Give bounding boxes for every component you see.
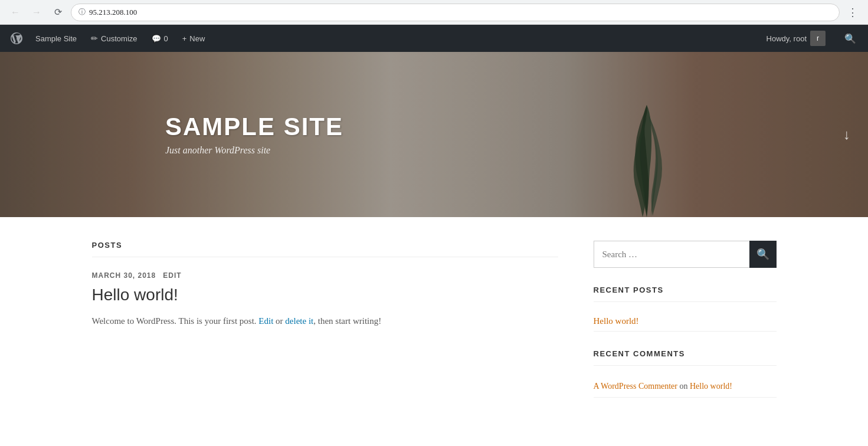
recent-post-link-0[interactable]: Hello world! — [594, 311, 777, 332]
hero-scroll-arrow[interactable]: ↓ — [843, 127, 850, 143]
howdy-section[interactable]: Howdy, root r — [759, 31, 833, 46]
address-bar[interactable]: ⓘ 95.213.208.100 — [71, 4, 840, 21]
admin-bar-right: Howdy, root r 🔍 — [759, 31, 863, 46]
comment-on-text: on — [680, 382, 688, 391]
browser-chrome: ← → ⟳ ⓘ 95.213.208.100 ⋮ — [0, 0, 868, 25]
url-text: 95.213.208.100 — [89, 8, 137, 17]
post-excerpt-delete-link[interactable]: delete it — [285, 316, 313, 326]
post-meta: MARCH 30, 2018 EDIT — [92, 271, 558, 280]
search-icon[interactable]: 🔍 — [837, 33, 863, 44]
new-label: New — [189, 34, 205, 43]
hero-subtitle: Just another WordPress site — [165, 145, 343, 156]
post-item: MARCH 30, 2018 EDIT Hello world! Welcome… — [92, 271, 558, 329]
wp-logo[interactable] — [5, 25, 28, 52]
post-edit-link[interactable]: EDIT — [163, 271, 181, 280]
site-name-label: Sample Site — [35, 34, 77, 43]
customize-icon: ✏ — [91, 34, 98, 43]
wp-admin-bar: Sample Site ✏ Customize 💬 0 + New Howdy,… — [0, 25, 868, 52]
post-excerpt: Welcome to WordPress. This is your first… — [92, 314, 558, 329]
howdy-text: Howdy, root — [767, 34, 807, 43]
hero-content: SAMPLE SITE Just another WordPress site — [0, 113, 343, 156]
posts-section-label: POSTS — [92, 241, 558, 257]
recent-comment-0: A WordPress Commenter on Hello world! — [594, 375, 777, 398]
wp-logo-icon — [11, 32, 22, 44]
search-submit-button[interactable]: 🔍 — [749, 241, 777, 268]
recent-comments-title: RECENT COMMENTS — [594, 349, 777, 366]
comment-post-link-0[interactable]: Hello world! — [690, 382, 732, 391]
post-date: MARCH 30, 2018 — [92, 271, 156, 280]
forward-button[interactable]: → — [28, 4, 45, 21]
recent-posts-widget: RECENT POSTS Hello world! — [594, 286, 777, 332]
back-button[interactable]: ← — [7, 4, 24, 21]
hero-plant-decoration — [608, 87, 685, 217]
hero-title: SAMPLE SITE — [165, 113, 343, 140]
refresh-button[interactable]: ⟳ — [50, 4, 66, 21]
comment-author-link-0[interactable]: A WordPress Commenter — [594, 382, 678, 391]
admin-bar-new[interactable]: + New — [175, 25, 212, 52]
comments-count: 0 — [164, 34, 168, 43]
browser-menu-button[interactable]: ⋮ — [844, 4, 861, 21]
recent-comments-widget: RECENT COMMENTS A WordPress Commenter on… — [594, 349, 777, 398]
search-widget: 🔍 — [594, 241, 777, 268]
admin-bar-comments[interactable]: 💬 0 — [145, 25, 175, 52]
posts-section: POSTS MARCH 30, 2018 EDIT Hello world! W… — [92, 241, 558, 415]
post-excerpt-edit-link[interactable]: Edit — [258, 316, 273, 326]
post-title[interactable]: Hello world! — [92, 284, 558, 306]
search-submit-icon: 🔍 — [756, 248, 769, 261]
comments-icon: 💬 — [152, 34, 161, 43]
hero-section: SAMPLE SITE Just another WordPress site … — [0, 52, 868, 217]
admin-bar-left: Sample Site ✏ Customize 💬 0 + New — [5, 25, 759, 52]
admin-bar-site-name[interactable]: Sample Site — [28, 25, 84, 52]
customize-label: Customize — [101, 34, 137, 43]
admin-bar-customize[interactable]: ✏ Customize — [84, 25, 144, 52]
new-plus-icon: + — [182, 34, 187, 43]
main-content: POSTS MARCH 30, 2018 EDIT Hello world! W… — [80, 217, 788, 439]
recent-posts-title: RECENT POSTS — [594, 286, 777, 302]
search-input[interactable] — [594, 241, 749, 268]
lock-icon: ⓘ — [78, 7, 86, 17]
user-avatar: r — [810, 31, 826, 46]
post-title-link[interactable]: Hello world! — [92, 286, 178, 304]
sidebar: 🔍 RECENT POSTS Hello world! RECENT COMME… — [594, 241, 777, 415]
